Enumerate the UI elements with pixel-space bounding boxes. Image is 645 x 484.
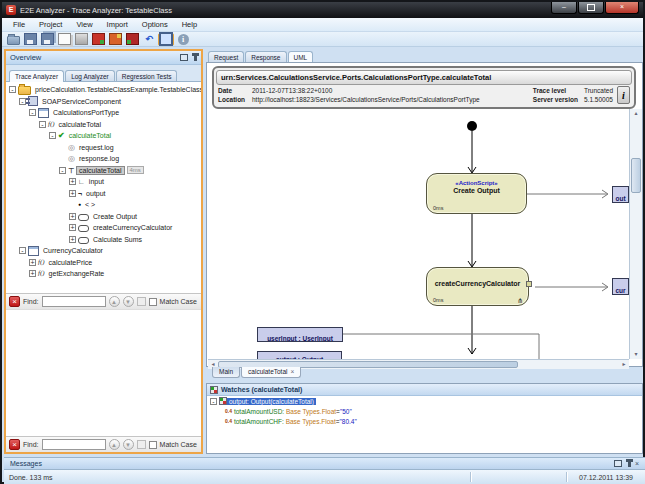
tree-item[interactable]: -✔calculateTotal xyxy=(6,130,201,142)
collapse-icon[interactable]: - xyxy=(49,132,56,139)
output-pin[interactable] xyxy=(526,281,532,287)
tree-item[interactable]: +f()getExchangeRate xyxy=(6,268,201,280)
tab-request[interactable]: Request xyxy=(208,51,244,62)
tree-item[interactable]: -CurrencyCalculator xyxy=(6,245,201,257)
menu-options[interactable]: Options xyxy=(135,19,175,30)
tool-button[interactable] xyxy=(73,33,89,46)
collapse-icon[interactable]: - xyxy=(19,98,26,105)
vertical-scrollbar[interactable]: ▴ ▾ xyxy=(629,109,642,359)
save-all-button[interactable] xyxy=(39,33,55,46)
menu-view[interactable]: View xyxy=(69,19,99,30)
object-out-partial[interactable]: out xyxy=(612,186,629,203)
find-prev-button[interactable]: ▲ xyxy=(109,296,120,307)
action-create-currency-calculator[interactable]: createCurrencyCalculator 0ms ⋔ xyxy=(426,267,529,306)
tree-item[interactable]: +¬output xyxy=(6,188,201,200)
open-button[interactable] xyxy=(5,33,21,46)
scroll-down-icon[interactable]: ▾ xyxy=(631,350,641,359)
tree-item[interactable]: +Create Output xyxy=(6,211,201,223)
watch-item[interactable]: -output: Output(calculateTotal) xyxy=(207,396,642,406)
menu-bar: FileProjectViewImportOptionsHelp xyxy=(2,18,643,32)
tab-trace-analyzer[interactable]: Trace Analyzer xyxy=(9,70,64,82)
collapse-icon[interactable]: - xyxy=(210,398,217,405)
close-panel-icon[interactable]: × xyxy=(635,460,639,467)
match-case-checkbox[interactable] xyxy=(149,441,157,449)
expand-icon[interactable]: + xyxy=(69,224,76,231)
watch-item[interactable]: 0.4totalAmountCHF: Base Types.Float = "8… xyxy=(207,416,642,426)
float-panel-icon[interactable] xyxy=(614,460,622,467)
expand-icon[interactable]: + xyxy=(69,190,76,197)
info-button[interactable]: i xyxy=(617,86,630,104)
save-button[interactable] xyxy=(22,33,38,46)
trace-red2-button[interactable] xyxy=(124,33,140,46)
tree-item[interactable]: +∟input xyxy=(6,176,201,188)
expand-icon[interactable]: + xyxy=(29,270,36,277)
tree-item[interactable]: -priceCalculation.TestableClassExample.T… xyxy=(6,84,201,96)
menu-help[interactable]: Help xyxy=(175,19,204,30)
action-create-output[interactable]: «ActionScript» Create Output 0ms xyxy=(426,173,527,214)
tab-log-analyzer[interactable]: Log Analyzer xyxy=(65,70,115,81)
vertical-scroll-thumb[interactable] xyxy=(631,158,641,193)
maximize-button[interactable] xyxy=(578,2,604,14)
undo-button[interactable]: ↶ xyxy=(141,33,157,46)
tree-item[interactable]: ●< > xyxy=(6,199,201,211)
find-next-button[interactable]: ▼ xyxy=(123,439,134,450)
screen-button[interactable] xyxy=(158,33,174,46)
copy-button[interactable] xyxy=(56,33,72,46)
expand-icon[interactable]: + xyxy=(69,236,76,243)
expand-icon[interactable]: + xyxy=(29,259,36,266)
close-find-icon[interactable]: × xyxy=(9,296,20,307)
collapse-icon[interactable]: - xyxy=(19,247,26,254)
collapse-icon[interactable]: - xyxy=(59,167,66,174)
pin-icon[interactable] xyxy=(194,55,197,61)
object-output[interactable]: output : Output xyxy=(257,351,342,359)
tab-regression-tests[interactable]: Regression Tests xyxy=(116,70,178,81)
watch-item[interactable]: 0.4totalAmountUSD: Base Types.Float = "5… xyxy=(207,406,642,416)
tree-item[interactable]: +createCurrencyCalculator xyxy=(6,222,201,234)
diagram-tab-calculatetotal[interactable]: calculateTotal× xyxy=(241,367,301,378)
collapse-icon[interactable]: - xyxy=(39,121,46,128)
scroll-right-icon[interactable]: ▸ xyxy=(619,360,629,369)
find-input[interactable] xyxy=(42,296,106,307)
menu-import[interactable]: Import xyxy=(100,19,135,30)
find-input[interactable] xyxy=(42,439,106,450)
minimize-button[interactable]: – xyxy=(551,2,577,14)
highlight-all-toggle[interactable] xyxy=(137,440,146,449)
tree-item[interactable]: -SOAPServiceComponent xyxy=(6,96,201,108)
collapse-icon[interactable]: - xyxy=(9,86,16,93)
diagram-canvas[interactable]: «ActionScript» Create Output 0ms createC… xyxy=(208,109,629,359)
close-find-icon[interactable]: × xyxy=(9,439,20,450)
tree-item[interactable]: -CalculationsPortType xyxy=(6,107,201,119)
info-button[interactable]: i xyxy=(175,33,191,46)
tree-item[interactable]: ◎response.log xyxy=(6,153,201,165)
find-prev-button[interactable]: ▲ xyxy=(109,439,120,450)
find-next-button[interactable]: ▼ xyxy=(123,296,134,307)
trace-red-button[interactable] xyxy=(90,33,106,46)
watches-list: -output: Output(calculateTotal)0.4totalA… xyxy=(207,396,642,426)
trace-orange-button[interactable] xyxy=(107,33,123,46)
pin-icon[interactable] xyxy=(628,461,631,467)
tree-item[interactable]: +f()calculatePrice xyxy=(6,257,201,269)
diagram-edges xyxy=(208,109,629,359)
menu-file[interactable]: File xyxy=(6,19,32,30)
expand-icon[interactable]: + xyxy=(69,178,76,185)
tab-response[interactable]: Response xyxy=(245,51,286,62)
close-button[interactable]: × xyxy=(605,2,639,14)
tree-item[interactable]: -⊤calculateTotal4ms xyxy=(6,165,201,177)
menu-project[interactable]: Project xyxy=(32,19,69,30)
close-tab-icon[interactable]: × xyxy=(290,368,294,375)
tool-icon xyxy=(75,33,88,45)
highlight-all-toggle[interactable] xyxy=(137,297,146,306)
tree-item[interactable]: +Calculate Sums xyxy=(6,234,201,246)
object-cur-partial[interactable]: cur xyxy=(612,278,629,295)
action-icon xyxy=(78,237,89,244)
match-case-checkbox[interactable] xyxy=(149,298,157,306)
object-userinput[interactable]: userInput : UserInput xyxy=(257,327,343,342)
diagram-tab-main[interactable]: Main xyxy=(212,367,240,378)
tree-item[interactable]: -f()calculateTotal xyxy=(6,119,201,131)
collapse-icon[interactable]: - xyxy=(29,109,36,116)
float-panel-icon[interactable] xyxy=(180,54,188,61)
expand-icon[interactable]: + xyxy=(69,213,76,220)
initial-node[interactable] xyxy=(467,121,477,131)
tree-item[interactable]: ◎request.log xyxy=(6,142,201,154)
scroll-up-icon[interactable]: ▴ xyxy=(631,109,641,118)
